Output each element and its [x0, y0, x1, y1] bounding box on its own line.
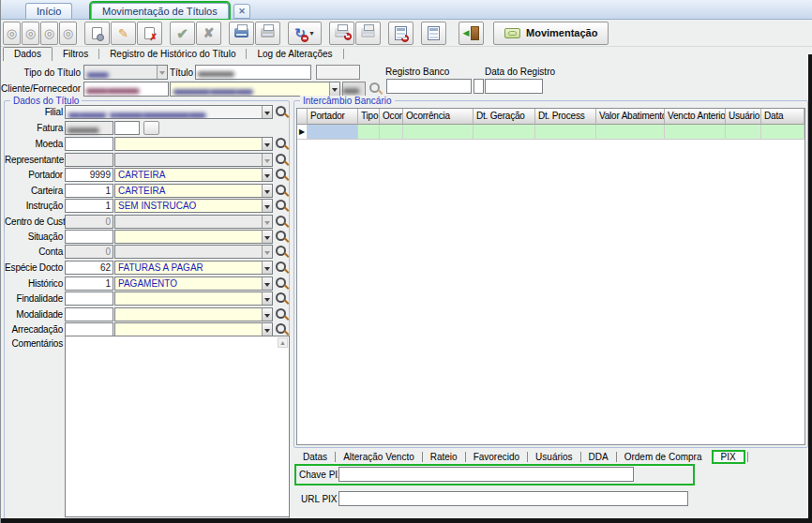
moeda-search-icon[interactable]	[276, 138, 288, 150]
especie-docto-search-icon[interactable]	[276, 262, 288, 274]
instrucao-combo[interactable]: SEM INSTRUCAO	[114, 199, 273, 213]
url-pix-input[interactable]	[338, 491, 688, 506]
data-registro-input[interactable]	[485, 79, 543, 94]
carteira-combo[interactable]: CARTEIRA	[114, 184, 273, 198]
print-preview-button[interactable]	[255, 22, 280, 45]
representante-search-icon[interactable]	[276, 154, 288, 166]
scroll-up-icon[interactable]: ▲	[278, 337, 288, 348]
tab-alteracao-vencto[interactable]: Alteração Vencto	[336, 452, 422, 462]
confirm-button[interactable]: ✔	[170, 22, 195, 45]
moeda-combo[interactable]	[114, 137, 273, 151]
close-tab-button[interactable]: ✕	[233, 4, 250, 19]
especie-docto-code-input[interactable]	[65, 261, 113, 275]
edit-record-button[interactable]: ✎	[111, 22, 136, 45]
grid-selected-row[interactable]: ▶	[297, 125, 804, 140]
col-portador[interactable]: Portador	[308, 109, 358, 125]
col-ocor[interactable]: Ocor.	[380, 109, 403, 125]
chevron-down-icon[interactable]	[262, 231, 272, 243]
filial-search-icon[interactable]	[276, 106, 288, 118]
instrucao-code-input[interactable]	[65, 199, 113, 213]
moeda-code-input[interactable]	[65, 137, 113, 151]
arrecadacao-code-input[interactable]	[65, 322, 113, 336]
historico-code-input[interactable]	[65, 276, 113, 291]
col-vencto-anterior[interactable]: Vencto Anterior	[665, 109, 726, 125]
arrecadacao-combo[interactable]	[114, 322, 273, 336]
portador-search-icon[interactable]	[276, 169, 288, 181]
tab-registro-historico[interactable]: Registro de Histórico do Título	[99, 48, 246, 61]
carteira-search-icon[interactable]	[276, 185, 288, 197]
conta-search-icon[interactable]	[276, 246, 288, 258]
situacao-search-icon[interactable]	[276, 231, 288, 243]
portador-combo[interactable]: CARTEIRA	[114, 168, 273, 182]
chevron-down-icon[interactable]	[262, 138, 272, 150]
cliente-code-input[interactable]: ▄▄▄▄ ▄▄▄▄▄▄	[83, 82, 169, 97]
nav-last-button[interactable]: ◎	[59, 22, 77, 45]
tab-dados[interactable]: Dados	[3, 47, 53, 61]
send-remessa-button[interactable]: ↻ ▼	[288, 22, 322, 45]
tab-favorecido[interactable]: Favorecido	[466, 452, 527, 462]
col-ocorrencia[interactable]: Ocorrência	[403, 109, 474, 125]
chevron-down-icon[interactable]	[262, 308, 272, 321]
fatura-aux-input[interactable]	[114, 121, 140, 135]
new-record-button[interactable]	[84, 22, 110, 45]
findalidade-search-icon[interactable]	[276, 292, 288, 305]
col-dt-process[interactable]: Dt. Process	[535, 109, 596, 125]
calc-button[interactable]	[421, 22, 446, 45]
situacao-combo[interactable]	[114, 230, 273, 244]
calc-remove-button[interactable]	[388, 22, 414, 45]
titulo-input[interactable]: ▄▄▄▄▄▄▄	[195, 65, 311, 80]
tipo-titulo-combo[interactable]: ▄▄▄▄	[83, 65, 168, 80]
registro-banco-aux-box[interactable]	[474, 79, 484, 94]
chevron-down-icon[interactable]	[262, 323, 272, 336]
chevron-down-icon[interactable]	[262, 106, 272, 118]
fatura-input[interactable]: ▄▄▄▄▄▄	[65, 121, 113, 135]
col-tipo[interactable]: Tipo	[358, 109, 380, 125]
centro-custo-search-icon[interactable]	[276, 216, 288, 228]
modalidade-search-icon[interactable]	[276, 308, 288, 321]
carteira-code-input[interactable]	[65, 184, 113, 198]
cancel-button[interactable]: ✘	[196, 22, 221, 45]
col-valor-abatimento[interactable]: Valor Abatimento	[596, 109, 665, 125]
print-button[interactable]	[229, 22, 254, 45]
cliente-search-icon[interactable]	[369, 82, 382, 95]
tab-log-alteracoes[interactable]: Log de Alterações	[247, 48, 342, 61]
especie-docto-combo[interactable]: FATURAS A PAGAR	[114, 261, 273, 275]
historico-combo[interactable]: PAGAMENTO	[114, 276, 273, 291]
tab-dda[interactable]: DDA	[581, 452, 616, 462]
modalidade-code-input[interactable]	[65, 307, 113, 321]
arrecadacao-search-icon[interactable]	[276, 323, 288, 336]
tab-usuarios[interactable]: Usuários	[528, 452, 579, 462]
nav-first-button[interactable]: ◎	[3, 22, 21, 45]
tab-filtros[interactable]: Filtros	[53, 48, 98, 61]
comentarios-textarea[interactable]: ▲	[65, 336, 290, 517]
chave-pix-input[interactable]	[338, 467, 634, 482]
situacao-code-input[interactable]	[65, 230, 113, 244]
tab-ordem-de-compra[interactable]: Ordem de Compra	[617, 452, 710, 462]
delete-record-button[interactable]	[137, 22, 162, 45]
instrucao-search-icon[interactable]	[276, 200, 288, 212]
chevron-down-icon[interactable]	[262, 292, 272, 305]
tab-rateio[interactable]: Rateio	[423, 452, 465, 462]
chevron-down-icon[interactable]	[262, 277, 272, 290]
movimentacao-button[interactable]: Movimentação	[493, 22, 609, 45]
findalidade-code-input[interactable]	[65, 291, 113, 306]
tab-inicio[interactable]: Início	[25, 3, 72, 19]
col-usuario[interactable]: Usuário	[726, 109, 761, 125]
chevron-down-icon[interactable]	[262, 185, 272, 197]
chevron-down-icon[interactable]	[262, 169, 272, 181]
historico-search-icon[interactable]	[276, 277, 288, 290]
chevron-down-icon[interactable]	[262, 262, 272, 274]
nav-next-button[interactable]: ◎	[40, 22, 58, 45]
nav-prev-button[interactable]: ◎	[22, 22, 39, 45]
findalidade-combo[interactable]	[114, 291, 273, 306]
exit-button[interactable]: ◀	[459, 22, 484, 45]
col-data[interactable]: Data	[761, 109, 804, 125]
chevron-down-icon[interactable]	[262, 200, 272, 212]
modalidade-combo[interactable]	[114, 307, 273, 321]
fatura-search-button[interactable]	[143, 121, 159, 135]
col-dt-geracao[interactable]: Dt. Geração	[474, 109, 535, 125]
cliente-nome-combo[interactable]: ▄▄▄▄▄▄▄ ▄▄▄▄▄ ▄▄▄	[170, 82, 340, 97]
device-button[interactable]	[355, 22, 381, 45]
tab-movimentacao-de-titulos[interactable]: Movimentação de Títulos	[91, 3, 229, 19]
portador-code-input[interactable]	[65, 168, 113, 182]
